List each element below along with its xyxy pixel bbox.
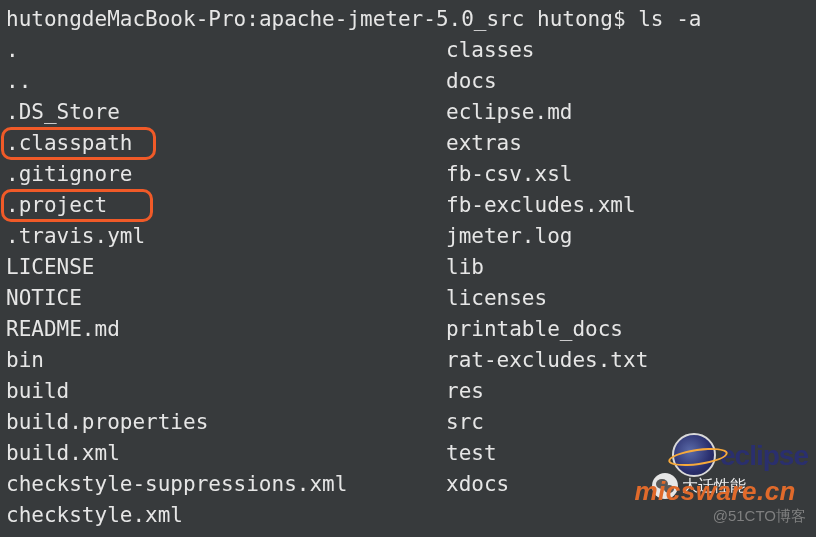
file-entry-classpath: .classpath (6, 128, 132, 159)
file-entry: README.md (6, 314, 120, 345)
file-entry: checkstyle-suppressions.xml (6, 469, 347, 500)
file-entry: res (446, 376, 484, 407)
file-entry: test (446, 438, 497, 469)
file-entry: fb-excludes.xml (446, 190, 636, 221)
file-entry: LICENSE (6, 252, 95, 283)
file-entry: eclipse.md (446, 97, 572, 128)
file-entry: licenses (446, 283, 547, 314)
file-entry: xdocs (446, 469, 509, 500)
file-entry: build (6, 376, 69, 407)
eclipse-text: eclipse (720, 440, 808, 471)
prompt-command: ls -a (638, 7, 701, 31)
file-entry: .DS_Store (6, 97, 120, 128)
file-entry: printable_docs (446, 314, 623, 345)
file-entry: NOTICE (6, 283, 82, 314)
file-entry-project: .project (6, 190, 107, 221)
prompt-host: hutongdeMacBook-Pro (6, 7, 246, 31)
file-entry: lib (446, 252, 484, 283)
file-entry: rat-excludes.txt (446, 345, 648, 376)
file-entry: docs (446, 66, 497, 97)
prompt-user: hutong (537, 7, 613, 31)
file-entry: bin (6, 345, 44, 376)
shell-prompt: hutongdeMacBook-Pro:apache-jmeter-5.0_sr… (6, 4, 810, 35)
file-entry: . (6, 35, 19, 66)
file-entry: fb-csv.xsl (446, 159, 572, 190)
prompt-dir: apache-jmeter-5.0_src (259, 7, 525, 31)
ls-column-1: . .. .DS_Store .classpath .gitignore .pr… (6, 35, 446, 531)
cto-watermark: @51CTO博客 (713, 500, 806, 531)
file-entry: .. (6, 66, 31, 97)
file-entry: extras (446, 128, 522, 159)
file-entry: classes (446, 35, 535, 66)
file-entry: .travis.yml (6, 221, 145, 252)
file-entry: checkstyle.xml (6, 500, 183, 531)
file-entry: jmeter.log (446, 221, 572, 252)
file-entry: build.xml (6, 438, 120, 469)
file-entry: src (446, 407, 484, 438)
file-entry: build.properties (6, 407, 208, 438)
file-entry: .gitignore (6, 159, 132, 190)
